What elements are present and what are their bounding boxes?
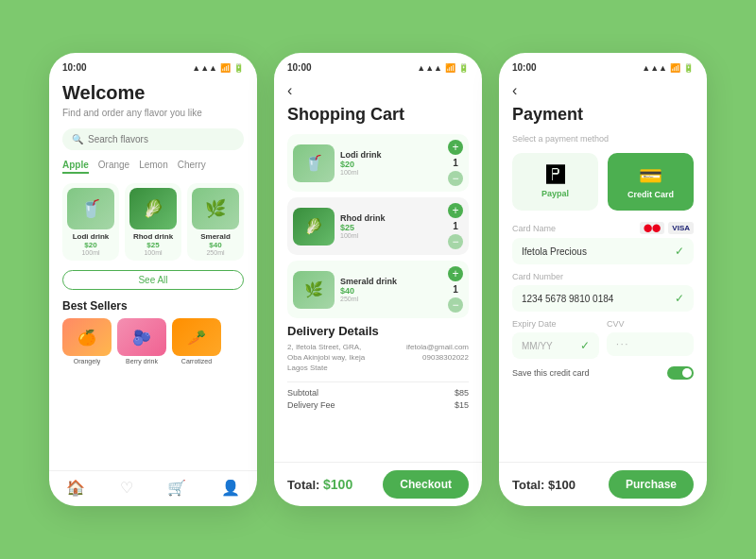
card-name-value: Ifetola Precious <box>522 246 587 257</box>
see-all-button[interactable]: See All <box>62 270 244 290</box>
qty-minus-2[interactable]: − <box>448 234 463 249</box>
qty-minus-1[interactable]: − <box>448 171 463 186</box>
category-tabs: Apple Orange Lemon Cherry <box>62 160 244 174</box>
status-icons-3: ▲▲▲ 📶 🔋 <box>642 63 694 73</box>
qty-plus-1[interactable]: + <box>448 140 463 155</box>
qty-plus-3[interactable]: + <box>448 266 463 281</box>
qty-control-2: + 1 − <box>448 203 463 249</box>
product-name-1: Lodi drink <box>67 232 114 241</box>
card-number-input[interactable]: 1234 5678 9810 0184 ✓ <box>512 285 694 312</box>
card-name-label: Card Name <box>512 224 556 233</box>
subtotal-row: Subtotal $85 <box>287 388 469 398</box>
card-name-group: Card Name ⬤⬤ VISA Ifetola Precious ✓ <box>512 222 694 264</box>
cvv-label-row: CVV <box>607 319 694 329</box>
delivery-title: Delivery Details <box>287 324 469 338</box>
paypal-icon: 🅿 <box>520 164 591 186</box>
product-card-2[interactable]: 🥬 Rhod drink $25 100ml <box>125 183 181 261</box>
time-2: 10:00 <box>287 62 312 73</box>
time-1: 10:00 <box>62 62 87 73</box>
payment-title: Payment <box>512 105 694 125</box>
search-input[interactable] <box>88 134 234 144</box>
subtotal-label: Subtotal <box>287 388 318 398</box>
cart-item-info-3: Smerald drink $40 250ml <box>340 277 442 302</box>
nav-profile-icon[interactable]: 👤 <box>221 479 240 497</box>
paypal-method[interactable]: 🅿 Paypal <box>512 153 598 211</box>
grand-total-info: Total: $100 <box>287 476 352 493</box>
product-ml-3: 250ml <box>192 249 239 256</box>
bestseller-name-2: Berry drink <box>117 358 166 364</box>
bottom-nav: 🏠 ♡ 🛒 👤 <box>49 470 257 506</box>
product-image-1: 🥤 <box>67 188 114 229</box>
cart-item-info-2: Rhod drink $25 100ml <box>340 213 442 239</box>
bestseller-name-1: Orangely <box>62 358 112 364</box>
tab-orange[interactable]: Orange <box>98 160 129 174</box>
wifi-icon-2: 📶 <box>445 63 455 73</box>
card-name-label-row: Card Name ⬤⬤ VISA <box>512 222 694 234</box>
bestsellers-title: Best Sellers <box>62 299 244 313</box>
subtotal-value: $85 <box>455 388 469 398</box>
qty-minus-3[interactable]: − <box>448 297 463 313</box>
qty-num-3: 1 <box>453 284 458 295</box>
cart-title: Shopping Cart <box>287 105 469 125</box>
search-icon: 🔍 <box>72 134 83 144</box>
delivery-info: 2, Ifetola Street, GRA, Oba Akinjobi way… <box>287 342 469 374</box>
status-bar-2: 10:00 ▲▲▲ 📶 🔋 <box>274 53 482 76</box>
creditcard-method[interactable]: 💳 Credit Card <box>608 153 694 211</box>
payment-subtitle: Select a payment method <box>512 134 694 144</box>
qty-num-2: 1 <box>453 221 458 231</box>
card-number-value: 1234 5678 9810 0184 <box>522 294 613 304</box>
cvv-input[interactable]: ··· <box>607 332 694 356</box>
nav-cart-icon[interactable]: 🛒 <box>167 479 186 497</box>
bestseller-3[interactable]: 🥕 Carrotized <box>172 318 221 364</box>
expiry-cvv-row: Expiry Date MM/YY ✓ CVV ··· <box>512 319 694 366</box>
cart-item-name-2: Rhod drink <box>340 213 442 223</box>
product-card-1[interactable]: 🥤 Lodi drink $20 100ml <box>62 183 119 261</box>
tab-apple[interactable]: Apple <box>62 160 89 174</box>
phone-cart: 10:00 ▲▲▲ 📶 🔋 ‹ Shopping Cart 🥤 Lodi dri… <box>274 53 482 506</box>
product-image-3: 🌿 <box>192 188 239 229</box>
expiry-input[interactable]: MM/YY ✓ <box>512 332 599 359</box>
tab-cherry[interactable]: Cherry <box>178 160 206 174</box>
card-name-input[interactable]: Ifetola Precious ✓ <box>512 238 694 264</box>
qty-control-1: + 1 − <box>448 140 463 186</box>
products-grid: 🥤 Lodi drink $20 100ml 🥬 Rhod drink $25 … <box>62 183 244 261</box>
payment-total-row: Total: $100 Purchase <box>499 462 707 506</box>
check-icon-1: ✓ <box>675 245 684 258</box>
product-price-2: $25 <box>129 241 177 249</box>
cart-item-3[interactable]: 🌿 Smerald drink $40 250ml + 1 − <box>287 261 469 318</box>
product-ml-1: 100ml <box>67 249 114 256</box>
tab-lemon[interactable]: Lemon <box>139 160 168 174</box>
qty-num-1: 1 <box>453 158 458 168</box>
phone-payment: 10:00 ▲▲▲ 📶 🔋 ‹ Payment Select a payment… <box>499 53 707 506</box>
bestseller-2[interactable]: 🫐 Berry drink <box>117 318 166 364</box>
qty-plus-2[interactable]: + <box>448 203 463 218</box>
bestseller-1[interactable]: 🍊 Orangely <box>62 318 112 364</box>
purchase-button[interactable]: Purchase <box>609 470 694 499</box>
cart-item-info-1: Lodi drink $20 100ml <box>340 150 442 176</box>
nav-home-icon[interactable]: 🏠 <box>66 479 85 497</box>
cart-item-price-1: $20 <box>340 160 442 169</box>
checkout-button[interactable]: Checkout <box>383 470 469 499</box>
welcome-title: Welcome <box>62 82 244 104</box>
save-card-toggle[interactable] <box>667 366 694 380</box>
delivery-address: 2, Ifetola Street, GRA, Oba Akinjobi way… <box>287 342 365 374</box>
product-price-1: $20 <box>67 241 114 249</box>
cart-item-2[interactable]: 🥬 Rhod drink $25 100ml + 1 − <box>287 197 469 255</box>
product-card-3[interactable]: 🌿 Smerald $40 250ml <box>187 183 244 261</box>
back-button-2[interactable]: ‹ <box>287 82 469 99</box>
search-bar[interactable]: 🔍 <box>62 128 244 150</box>
cart-item-price-3: $40 <box>340 286 442 296</box>
signal-icon-3: ▲▲▲ <box>642 63 667 73</box>
product-image-2: 🥬 <box>129 188 177 229</box>
battery-icon-3: 🔋 <box>683 63 694 73</box>
cart-item-image-3: 🌿 <box>293 271 335 309</box>
status-bar-1: 10:00 ▲▲▲ 📶 🔋 <box>49 53 257 76</box>
cart-item-image-1: 🥤 <box>293 144 335 182</box>
nav-favorites-icon[interactable]: ♡ <box>120 479 133 497</box>
bestseller-name-3: Carrotized <box>172 358 221 364</box>
grand-total-label: Total: <box>287 478 323 492</box>
delivery-fee-label: Delivery Fee <box>287 400 335 410</box>
back-button-3[interactable]: ‹ <box>512 82 694 99</box>
grand-total-row: Total: $100 Checkout <box>274 462 482 506</box>
cart-item-1[interactable]: 🥤 Lodi drink $20 100ml + 1 − <box>287 134 469 192</box>
